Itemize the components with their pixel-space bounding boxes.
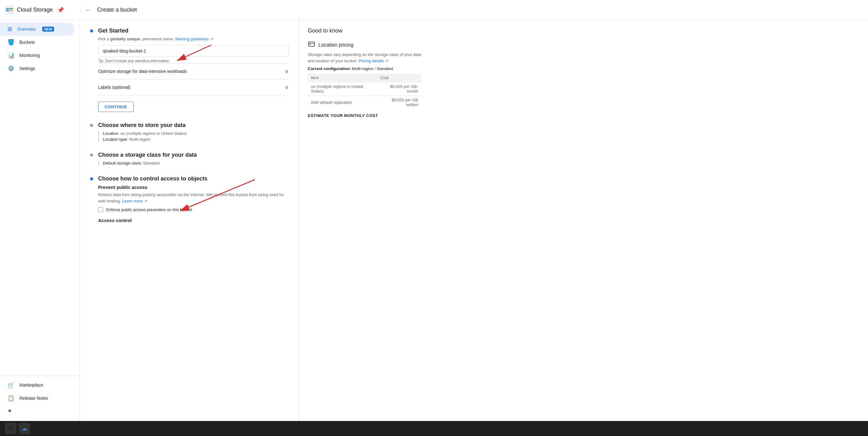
sidebar-label-buckets: Buckets [19, 40, 35, 45]
sidebar-label-settings: Settings [19, 66, 35, 71]
topbar-divider [81, 6, 81, 14]
monitoring-icon: 📊 [7, 52, 14, 59]
step1-desc-bold: globally unique [110, 37, 140, 41]
svg-rect-3 [10, 8, 13, 9]
step4-title: Choose how to control access to objects [98, 175, 289, 182]
prevent-title: Prevent public access [98, 184, 289, 190]
optimize-label: Optimize storage for data-intensive work… [98, 69, 187, 74]
location-pricing-desc: Storage rates vary depending on the stor… [308, 52, 421, 64]
location-pricing-block: Location pricing Storage rates vary depe… [308, 40, 421, 118]
current-config: Current configuration: Multi-region / St… [308, 66, 421, 71]
enforce-prevention-label: Enforce public access prevention on this… [106, 207, 192, 212]
step2-meta: Location: us (multiple regions in United… [98, 131, 289, 142]
app-logo: Cloud Storage 📌 [5, 6, 77, 14]
settings-icon: ⚙️ [7, 65, 14, 72]
right-panel: Good to know Location pricing Storage ra… [299, 20, 430, 421]
svg-rect-9 [308, 42, 315, 46]
labels-row[interactable]: Labels (optional) ∨ [98, 79, 289, 95]
step3-meta: Default storage class: Standard [98, 161, 289, 166]
sidebar-label-monitoring: Monitoring [19, 53, 40, 58]
page-title: Create a bucket [97, 6, 137, 13]
form-panel: Get Started Pick a globally unique, perm… [80, 20, 299, 421]
svg-rect-2 [6, 10, 9, 11]
step2-title: Choose where to store your data [98, 122, 289, 128]
sidebar-collapse-button[interactable]: ◀ [0, 405, 80, 416]
step2-dot [90, 124, 93, 127]
credit-card-icon [308, 40, 315, 50]
taskbar-item-1[interactable]: ⊞ [5, 423, 16, 434]
taskbar-icon-1: ⊞ [8, 425, 13, 432]
sidebar-item-marketplace[interactable]: 🛒 Marketplace [0, 378, 75, 391]
labels-label: Labels (optional) [98, 85, 131, 90]
step-store-location: Choose where to store your data Location… [90, 122, 289, 142]
step-get-started: Get Started Pick a globally unique, perm… [90, 28, 289, 112]
collapse-icon: ◀ [7, 408, 11, 413]
overview-icon: ⊞ [7, 26, 12, 32]
pricing-row-1: us (multiple regions in United States) $… [308, 82, 421, 96]
prevent-public-access-section: Prevent public access Restrict data from… [98, 184, 289, 212]
location-pricing-title: Location pricing [318, 42, 353, 48]
topbar: Cloud Storage 📌 ← Create a bucket [0, 0, 868, 20]
sidebar-item-buckets[interactable]: 🪣 Buckets [0, 36, 75, 49]
overview-badge: NEW [42, 27, 54, 32]
back-icon: ← [85, 6, 91, 13]
pricing-table: Item Cost us (multiple regions in United… [308, 74, 421, 109]
estimate-cost-button[interactable]: ESTIMATE YOUR MONTHLY COST [308, 113, 378, 118]
pin-icon[interactable]: 📌 [57, 6, 64, 13]
main-layout: ⊞ Overview NEW 🪣 Buckets 📊 Monitoring ⚙️… [0, 20, 868, 421]
access-control-label: Access control [98, 218, 289, 223]
bucket-name-input[interactable] [98, 45, 289, 57]
sidebar: ⊞ Overview NEW 🪣 Buckets 📊 Monitoring ⚙️… [0, 20, 80, 421]
access-control-section: Access control [98, 218, 289, 223]
step3-title: Choose a storage class for your data [98, 152, 289, 158]
step4-content: Choose how to control access to objects … [98, 175, 289, 225]
pricing-col-item: Item [308, 74, 377, 82]
continue-button[interactable]: CONTINUE [98, 101, 134, 112]
step3-dot [90, 153, 93, 157]
taskbar-item-2[interactable]: ☁ [19, 423, 30, 434]
pricing-item-1: us (multiple regions in United States) [308, 82, 377, 96]
optimize-chevron-icon: ∨ [285, 68, 289, 75]
pricing-item-2: With default replication [308, 96, 377, 109]
sidebar-item-monitoring[interactable]: 📊 Monitoring [0, 49, 75, 62]
enforce-prevention-checkbox[interactable] [98, 207, 103, 212]
pricing-details-link[interactable]: Pricing details ↗ [359, 58, 389, 63]
enforce-prevention-checkbox-row[interactable]: Enforce public access prevention on this… [98, 207, 289, 212]
step3-content: Choose a storage class for your data Def… [98, 152, 289, 166]
step2-location-type: Location type: Multi-region [103, 137, 289, 142]
step1-desc-after: , permanent name. [140, 37, 174, 41]
naming-guidelines-link[interactable]: Naming guidelines ↗ [175, 37, 213, 41]
cloud-storage-logo-icon [5, 6, 14, 14]
step2-location: Location: us (multiple regions in United… [103, 131, 289, 136]
sidebar-bottom: 🛒 Marketplace 📋 Release Notes ◀ [0, 376, 80, 418]
svg-rect-1 [6, 8, 9, 9]
prevent-desc: Restrict data from being publicly access… [98, 192, 289, 204]
step1-desc-before: Pick a [98, 37, 110, 41]
step-access-control: Choose how to control access to objects … [90, 175, 289, 225]
taskbar-icon-2: ☁ [22, 425, 27, 432]
pricing-cost-1: $0.026 per GB-month [377, 82, 421, 96]
sidebar-item-settings[interactable]: ⚙️ Settings [0, 62, 75, 75]
input-tip: Tip: Don't include any sensitive informa… [98, 59, 289, 63]
release-notes-icon: 📋 [7, 395, 14, 402]
optimize-storage-row[interactable]: Optimize storage for data-intensive work… [98, 63, 289, 79]
labels-chevron-icon: ∨ [285, 84, 289, 91]
panel-title: Good to know [308, 28, 421, 34]
sidebar-item-release-notes[interactable]: 📋 Release Notes [0, 391, 75, 405]
pricing-cost-2: $0.020 per GB written [377, 96, 421, 109]
sidebar-item-overview[interactable]: ⊞ Overview NEW [0, 23, 75, 36]
buckets-icon: 🪣 [7, 39, 14, 46]
sidebar-label-release-notes: Release Notes [19, 396, 48, 401]
step4-dot [90, 177, 93, 180]
app-title: Cloud Storage [17, 6, 53, 13]
step1-dot [90, 29, 93, 32]
pricing-col-cost: Cost [377, 74, 421, 82]
step3-default-class: Default storage class: Standard [103, 161, 289, 166]
svg-rect-11 [309, 45, 311, 45]
step2-content: Choose where to store your data Location… [98, 122, 289, 142]
learn-more-link[interactable]: Learn more ↗ [122, 199, 148, 203]
content-area: Get Started Pick a globally unique, perm… [80, 20, 868, 421]
step1-content: Get Started Pick a globally unique, perm… [98, 28, 289, 112]
back-button[interactable]: ← [85, 6, 91, 13]
step-storage-class: Choose a storage class for your data Def… [90, 152, 289, 166]
